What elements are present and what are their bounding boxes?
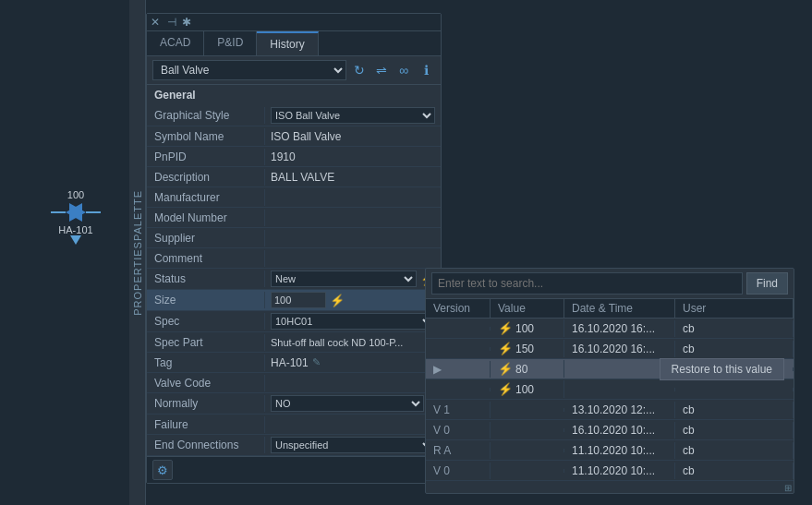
status-dropdown[interactable]: New	[271, 271, 417, 287]
panel-bottom: ⚙	[147, 456, 441, 483]
resize-handle[interactable]: ⊞	[784, 484, 794, 493]
prop-name-supplier: Supplier	[147, 230, 265, 246]
prop-value-valve-code	[265, 381, 441, 385]
size-bolt-icon: ⚡	[330, 294, 345, 307]
properties-table: Graphical Style ISO Ball Valve Symbol Na…	[147, 105, 441, 456]
prop-value-graphical-style: ISO Ball Valve	[265, 105, 441, 126]
prop-value-description: BALL VALVE	[265, 169, 441, 186]
col-header-datetime: Date & Time	[564, 299, 675, 318]
graphical-style-dropdown[interactable]: ISO Ball Valve	[271, 107, 435, 124]
tab-pid[interactable]: P&ID	[204, 31, 257, 55]
prop-name-valve-code: Valve Code	[147, 375, 265, 391]
prop-name-status: Status	[147, 271, 265, 287]
valve-arrow-down	[70, 235, 81, 245]
size-input[interactable]	[271, 292, 326, 308]
valve-line-right	[86, 211, 101, 213]
normally-dropdown[interactable]: NO	[271, 395, 424, 412]
prop-row-normally: Normally NO ▶	[147, 393, 441, 415]
prop-name-failure: Failure	[147, 416, 265, 433]
find-button[interactable]: Find	[746, 272, 788, 295]
prop-name-description: Description	[147, 169, 265, 186]
tab-acad[interactable]: ACAD	[147, 31, 204, 55]
h-datetime-3	[564, 388, 675, 391]
sync-icon[interactable]: ⇌	[372, 61, 391, 79]
history-row-5[interactable]: V 0 16.10.2020 10:... cb	[426, 420, 794, 440]
history-row-0[interactable]: ⚡ 100 16.10.2020 16:... cb	[426, 319, 794, 339]
prop-value-model-number	[265, 216, 441, 220]
prop-name-tag: Tag	[147, 355, 265, 371]
settings-icon[interactable]: ⚙	[152, 460, 173, 480]
history-search-bar: Find	[426, 269, 794, 299]
prop-value-comment	[265, 257, 441, 260]
history-row-7[interactable]: V 0 11.10.2020 10:... cb	[426, 461, 794, 481]
bolt-icon-2: ⚡	[498, 362, 513, 376]
history-search-input[interactable]	[431, 272, 743, 295]
context-menu-restore[interactable]: Restore to this value	[660, 358, 784, 380]
gear-icon[interactable]: ✱	[182, 16, 191, 29]
prop-name-pnpid: PnPID	[147, 149, 265, 165]
prop-value-pnpid: 1910	[265, 149, 441, 165]
h-user-1: cb	[675, 341, 794, 357]
prop-row-tag: Tag HA-101 ✎	[147, 353, 441, 373]
prop-row-manufacturer: Manufacturer	[147, 187, 441, 208]
component-dropdown[interactable]: Ball Valve	[152, 60, 346, 80]
valve-graphic	[51, 202, 101, 222]
prop-row-failure: Failure	[147, 415, 441, 435]
history-row-3[interactable]: ⚡ 100	[426, 379, 794, 400]
h-datetime-1: 16.10.2020 16:...	[564, 341, 675, 357]
history-row-1[interactable]: ⚡ 150 16.10.2020 16:... cb	[426, 339, 794, 359]
prop-value-normally: NO ▶	[265, 393, 441, 414]
h-value-1: ⚡ 150	[491, 340, 564, 357]
refresh-icon[interactable]: ↻	[350, 61, 369, 79]
prop-value-spec: 10HC01	[265, 311, 441, 331]
h-datetime-6: 11.10.2020 10:...	[564, 442, 675, 459]
h-user-3	[675, 388, 794, 391]
tag-value: HA-101	[271, 356, 309, 369]
prop-row-symbol-name: Symbol Name ISO Ball Valve	[147, 126, 441, 147]
h-datetime-0: 16.10.2020 16:...	[564, 320, 675, 337]
h-value-6	[491, 449, 564, 452]
spec-dropdown[interactable]: 10HC01	[271, 313, 435, 330]
link-icon[interactable]: ∞	[394, 61, 413, 79]
prop-value-tag: HA-101 ✎	[265, 355, 441, 371]
prop-row-status: Status New ⚡	[147, 269, 441, 290]
valve-arrow-right	[69, 203, 86, 222]
col-header-value: Value	[491, 299, 564, 318]
h-version-5: V 0	[426, 422, 491, 439]
prop-name-size: Size	[147, 292, 265, 308]
pin-icon[interactable]: ⊣	[167, 16, 176, 29]
valve-line-left	[51, 211, 66, 213]
h-value-text-3: 100	[515, 383, 534, 396]
h-user-5: cb	[675, 422, 794, 439]
panel-titlebar: ✕ ⊣ ✱	[147, 14, 441, 31]
prop-name-graphical-style: Graphical Style	[147, 107, 265, 124]
h-user-0: cb	[675, 320, 794, 337]
h-version-1	[426, 347, 491, 351]
history-table-body: ⚡ 100 16.10.2020 16:... cb ⚡ 150 16.10.2…	[426, 319, 794, 493]
prop-name-manufacturer: Manufacturer	[147, 189, 265, 206]
h-user-7: cb	[675, 463, 794, 479]
history-row-4[interactable]: V 1 13.10.2020 12:... cb	[426, 400, 794, 420]
end-connections-dropdown[interactable]: Unspecified	[271, 437, 435, 453]
tag-edit-icon[interactable]: ✎	[312, 356, 321, 368]
prop-row-graphical-style: Graphical Style ISO Ball Valve	[147, 105, 441, 126]
h-version-2: ▶	[426, 361, 491, 378]
prop-name-normally: Normally	[147, 395, 265, 412]
col-header-version: Version	[426, 299, 491, 318]
h-version-4: V 1	[426, 402, 491, 418]
h-datetime-4: 13.10.2020 12:...	[564, 402, 675, 418]
h-value-7	[491, 469, 564, 473]
close-icon[interactable]: ✕	[151, 16, 160, 29]
history-row-6[interactable]: R A 11.10.2020 10:... cb	[426, 440, 794, 461]
bolt-icon-3: ⚡	[498, 382, 513, 396]
prop-value-end-connections: Unspecified	[265, 435, 441, 455]
h-value-5	[491, 428, 564, 432]
valve-body	[66, 202, 86, 222]
prop-row-pnpid: PnPID 1910	[147, 147, 441, 167]
prop-row-spec: Spec 10HC01	[147, 311, 441, 332]
h-version-7: V 0	[426, 463, 491, 479]
prop-row-valve-code: Valve Code	[147, 373, 441, 393]
info-icon[interactable]: ℹ	[417, 61, 435, 79]
history-row-2[interactable]: ▶ ⚡ 80 Restore to this value	[426, 359, 794, 379]
tab-history[interactable]: History	[257, 31, 318, 55]
